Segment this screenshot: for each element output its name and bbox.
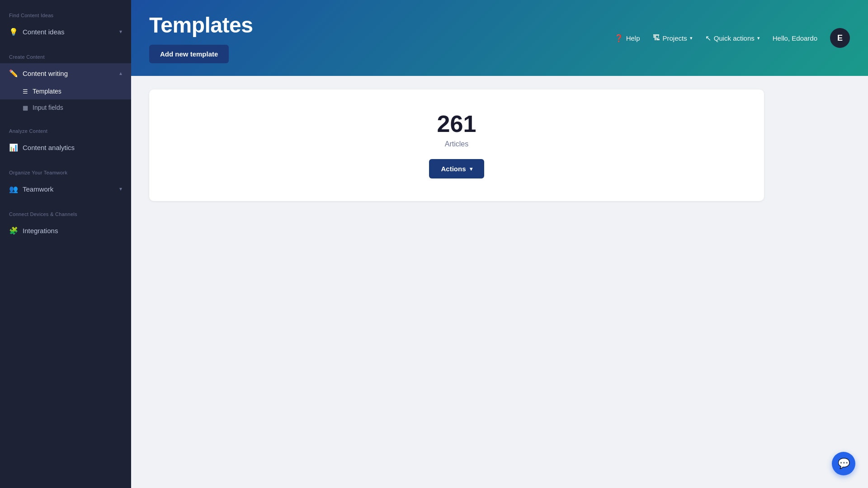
sidebar-item-input-fields[interactable]: ▦ Input fields [0,99,131,116]
actions-button[interactable]: Actions ▾ [429,159,484,178]
sidebar-item-content-analytics[interactable]: 📊 Content analytics [0,137,131,157]
chevron-down-icon-teamwork: ▾ [119,186,122,192]
actions-chevron-icon: ▾ [470,166,472,172]
header-left: Templates Add new template [149,13,253,63]
quick-actions-chevron-icon: ▾ [757,35,760,41]
chevron-down-icon: ▾ [119,28,122,35]
puzzle-icon: 🧩 [9,226,18,235]
sidebar-item-teamwork[interactable]: 👥 Teamwork ▾ [0,179,131,199]
header-right: ❓ Help 🏗 Projects ▾ ↖ Quick actions ▾ He… [614,28,850,48]
chevron-up-icon: ▴ [119,70,122,76]
cursor-icon: ↖ [705,34,711,42]
sidebar-section-analyze-content: Analyze Content 📊 Content analytics [0,116,131,157]
content-area: 261 Articles Actions ▾ [131,76,868,488]
sidebar-section-find-content-ideas: Find Content Ideas 💡 Content ideas ▾ [0,0,131,42]
analytics-icon: 📊 [9,143,18,152]
sidebar-section-teamwork: Organize Your Teamwork 👥 Teamwork ▾ [0,157,131,199]
chat-icon: 💬 [838,458,850,469]
chat-button[interactable]: 💬 [832,452,855,475]
user-greeting: Hello, Edoardo [773,34,817,42]
page-title: Templates [149,13,253,38]
main-area: Templates Add new template ❓ Help 🏗 Proj… [131,0,868,488]
edit-icon: ✏️ [9,69,18,78]
sidebar-item-content-ideas[interactable]: 💡 Content ideas ▾ [0,22,131,42]
articles-count: 261 [437,112,476,136]
bulb-icon: 💡 [9,27,18,36]
help-nav-item[interactable]: ❓ Help [614,34,640,42]
projects-chevron-icon: ▾ [690,35,693,41]
sidebar-section-label-analyze: Analyze Content [0,116,131,137]
sidebar-section-label: Find Content Ideas [0,0,131,22]
list-icon: ☰ [23,88,28,95]
team-icon: 👥 [9,184,18,193]
sidebar-item-content-writing[interactable]: ✏️ Content writing ▴ [0,63,131,83]
sidebar-item-integrations[interactable]: 🧩 Integrations [0,221,131,240]
sidebar-section-label-connect: Connect Devices & Channels [0,199,131,221]
articles-label: Articles [445,140,468,148]
page-header: Templates Add new template ❓ Help 🏗 Proj… [131,0,868,76]
sidebar-section-label-create: Create Content [0,42,131,63]
projects-icon: 🏗 [653,34,660,42]
sidebar: Find Content Ideas 💡 Content ideas ▾ Cre… [0,0,131,488]
add-template-button[interactable]: Add new template [149,45,229,63]
grid-icon: ▦ [23,104,28,111]
sidebar-section-label-teamwork: Organize Your Teamwork [0,157,131,179]
help-icon: ❓ [614,34,623,42]
user-avatar[interactable]: E [830,28,850,48]
projects-nav-item[interactable]: 🏗 Projects ▾ [653,34,693,42]
stats-card: 261 Articles Actions ▾ [149,89,764,201]
sidebar-section-connect: Connect Devices & Channels 🧩 Integration… [0,199,131,240]
sidebar-section-create-content: Create Content ✏️ Content writing ▴ ☰ Te… [0,42,131,116]
quick-actions-nav-item[interactable]: ↖ Quick actions ▾ [705,34,760,42]
sidebar-item-templates[interactable]: ☰ Templates [0,83,131,99]
